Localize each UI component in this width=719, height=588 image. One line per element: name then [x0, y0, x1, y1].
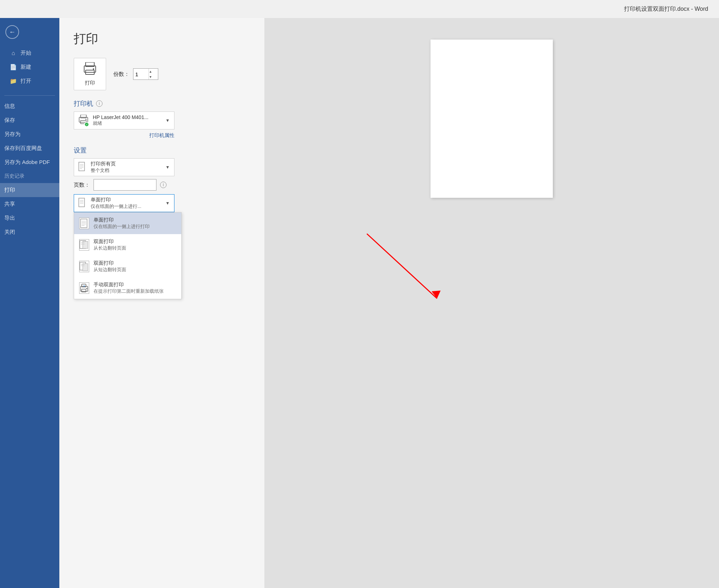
print-type-option-single-text: 单面打印 仅在纸面的一侧上进行打印 — [94, 217, 150, 230]
sidebar-item-saveas[interactable]: 另存为 — [0, 127, 59, 141]
sidebar-item-open[interactable]: 📁 打开 — [5, 74, 54, 88]
copies-label: 份数： — [113, 71, 129, 78]
spinner-arrows: ▲ ▼ — [149, 69, 152, 79]
duplex-long-icon — [79, 239, 89, 251]
sidebar-item-save-label: 保存 — [4, 117, 15, 124]
preview-area — [264, 18, 719, 588]
printer-status-dot — [84, 122, 89, 127]
duplex-short-sub: 从短边翻转页面 — [94, 266, 126, 273]
single-print-title: 单面打印 — [94, 217, 150, 223]
print-type-option-single[interactable]: 单面打印 仅在纸面的一侧上进行打印 — [74, 213, 181, 234]
copies-area: 份数： ▲ ▼ — [113, 68, 158, 80]
svg-line-40 — [367, 234, 437, 298]
sidebar-item-baidu-label: 保存到百度网盘 — [4, 145, 42, 152]
print-type-info: 单面打印 仅在纸面的一侧上进行... — [91, 197, 165, 210]
svg-rect-8 — [79, 162, 85, 171]
sidebar-item-home-label: 开始 — [21, 50, 31, 56]
sidebar-item-new-label: 新建 — [21, 64, 31, 70]
svg-rect-13 — [79, 198, 85, 207]
svg-point-7 — [86, 119, 87, 120]
svg-rect-32 — [82, 289, 86, 292]
sidebar-item-history[interactable]: 历史记录 — [0, 169, 59, 183]
sidebar-item-history-label: 历史记录 — [4, 173, 24, 179]
printer-large-icon — [83, 62, 97, 78]
page-range-dropdown[interactable]: 打印所有页 整个文档 ▼ — [74, 158, 174, 176]
printer-select[interactable]: HP LaserJet 400 M401... 就绪 ▼ — [74, 111, 174, 129]
page-range-icon — [78, 162, 86, 173]
duplex-short-icon — [79, 261, 89, 272]
sidebar-item-print-label: 打印 — [4, 187, 15, 193]
manual-duplex-sub: 在提示打印第二面时重新加载纸张 — [94, 288, 164, 295]
home-icon: ⌂ — [10, 50, 17, 56]
print-panel: 打印 打印 — [59, 18, 719, 588]
sidebar-item-export[interactable]: 导出 — [0, 211, 59, 225]
printer-section-heading: 打印机 i — [74, 99, 250, 108]
single-side-icon — [79, 218, 89, 229]
sidebar-item-adobe-label: 另存为 Adobe PDF — [4, 159, 50, 166]
page-title: 打印 — [74, 31, 250, 47]
sidebar-item-info-label: 信息 — [4, 103, 15, 110]
sidebar-item-save[interactable]: 保存 — [0, 113, 59, 127]
svg-rect-23 — [83, 241, 88, 249]
svg-rect-17 — [81, 219, 87, 228]
pages-label: 页数： — [74, 182, 90, 188]
page-range-sub: 整个文档 — [91, 167, 165, 174]
single-print-sub: 仅在纸面的一侧上进行打印 — [94, 223, 150, 230]
sidebar-item-adobe[interactable]: 另存为 Adobe PDF — [0, 155, 59, 169]
title-bar-text: 打印机设置双面打印.docx - Word — [624, 5, 708, 13]
sidebar-item-saveas-label: 另存为 — [4, 131, 21, 138]
page-range-title: 打印所有页 — [91, 161, 165, 167]
back-arrow-icon: ← — [9, 28, 15, 36]
sidebar-item-info[interactable]: 信息 — [0, 99, 59, 113]
printer-properties-link[interactable]: 打印机属性 — [74, 132, 174, 139]
print-type-option-duplex-long-text: 双面打印 从长边翻转页面 — [94, 238, 126, 251]
title-bar: 打印机设置双面打印.docx - Word — [0, 0, 719, 18]
print-type-icon — [78, 198, 86, 209]
print-type-selected[interactable]: 单面打印 仅在纸面的一侧上进行... ▼ — [74, 194, 174, 212]
duplex-long-sub: 从长边翻转页面 — [94, 245, 126, 251]
new-doc-icon: 📄 — [10, 64, 17, 70]
pages-input[interactable] — [94, 179, 156, 191]
sidebar-top: ← ⌂ 开始 📄 新建 📁 打开 — [0, 18, 59, 94]
sidebar: ← ⌂ 开始 📄 新建 📁 打开 信息 保存 — [0, 18, 59, 588]
print-button[interactable]: 打印 — [74, 58, 106, 90]
app-body: ← ⌂ 开始 📄 新建 📁 打开 信息 保存 — [0, 18, 719, 588]
settings-section-heading: 设置 — [74, 146, 250, 155]
printer-name: HP LaserJet 400 M401... — [93, 114, 165, 120]
printer-dropdown-arrow-icon: ▼ — [165, 118, 170, 123]
print-type-option-duplex-long[interactable]: 双面打印 从长边翻转页面 — [74, 234, 181, 256]
back-button[interactable]: ← — [5, 25, 19, 39]
main-content: 打印 打印 — [59, 18, 719, 588]
print-type-arrow-icon: ▼ — [165, 201, 170, 206]
sidebar-item-print[interactable]: 打印 — [0, 183, 59, 197]
printer-info-icon[interactable]: i — [96, 100, 103, 107]
svg-rect-27 — [83, 264, 88, 271]
printer-status: 就绪 — [93, 120, 165, 127]
sidebar-item-close[interactable]: 关闭 — [0, 225, 59, 239]
printer-section-label: 打印机 — [74, 99, 93, 108]
print-type-container: 单面打印 仅在纸面的一侧上进行... ▼ — [74, 194, 174, 212]
print-button-area: 打印 份数： ▲ ▼ — [74, 58, 250, 90]
copies-up-arrow[interactable]: ▲ — [149, 69, 152, 74]
settings-panel: 打印 打印 — [59, 18, 264, 588]
copies-down-arrow[interactable]: ▼ — [149, 74, 152, 79]
print-type-dropdown: 单面打印 仅在纸面的一侧上进行打印 — [74, 212, 182, 299]
sidebar-item-home[interactable]: ⌂ 开始 — [5, 46, 54, 60]
sidebar-item-new[interactable]: 📄 新建 — [5, 60, 54, 74]
print-button-label: 打印 — [85, 80, 95, 86]
sidebar-item-open-label: 打开 — [21, 78, 31, 85]
svg-point-3 — [93, 68, 94, 70]
settings-section-label: 设置 — [74, 146, 87, 155]
pages-row: 页数： i — [74, 179, 250, 191]
page-range-arrow-icon: ▼ — [165, 165, 170, 170]
copies-spinner: ▲ ▼ — [133, 68, 158, 80]
copies-input[interactable] — [133, 69, 149, 79]
sidebar-item-share[interactable]: 共享 — [0, 197, 59, 211]
sidebar-item-baidu[interactable]: 保存到百度网盘 — [0, 141, 59, 155]
printer-icon — [78, 115, 88, 126]
print-type-option-manual[interactable]: 手动双面打印 在提示打印第二面时重新加载纸张 — [74, 277, 181, 299]
pages-info-icon[interactable]: i — [160, 182, 167, 188]
print-type-option-duplex-short[interactable]: 双面打印 从短边翻转页面 — [74, 256, 181, 277]
svg-point-33 — [86, 288, 87, 289]
printer-info: HP LaserJet 400 M401... 就绪 — [93, 114, 165, 127]
